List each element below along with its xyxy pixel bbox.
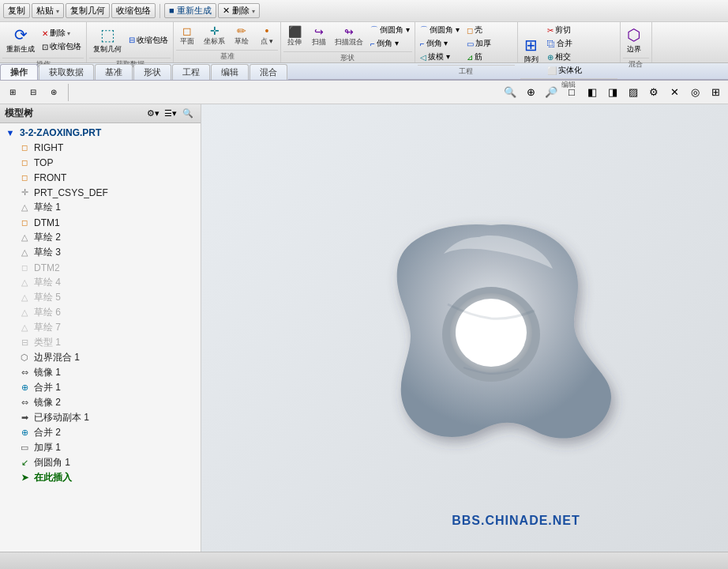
tree-item-csys[interactable]: ✛ PRT_CSYS_DEF xyxy=(0,185,201,200)
settings-btn[interactable]: ⚙ xyxy=(644,84,663,101)
array-icon: ⊞ xyxy=(524,36,538,55)
mt-settings-btn[interactable]: ⚙▾ xyxy=(145,107,161,121)
point-btn[interactable]: • 点 ▾ xyxy=(256,24,278,47)
tree-item-sketch6[interactable]: △ 草绘 6 xyxy=(0,305,201,320)
mt-search-btn[interactable]: 🔍 xyxy=(180,107,196,121)
tree-item-sketch4[interactable]: △ 草绘 4 xyxy=(0,275,201,290)
dtm1-icon: ◻ xyxy=(17,217,32,229)
thicken1-icon: ▭ xyxy=(17,442,32,454)
tree-item-mirror2[interactable]: ⇔ 镜像 2 xyxy=(0,395,201,410)
copy-btn[interactable]: 复制 xyxy=(3,3,30,18)
tree-item-insert[interactable]: ➤ 在此插入 xyxy=(0,470,201,485)
cut-btn[interactable]: ✂ 剪切 xyxy=(545,24,584,36)
movecopy-icon: ➡ xyxy=(17,412,32,424)
zoom-out-btn[interactable]: 🔎 xyxy=(542,84,561,101)
mirror2-label: 镜像 2 xyxy=(34,396,61,409)
sketch-btn[interactable]: ✏ 草绘 xyxy=(231,24,253,47)
csys-btn[interactable]: ✛ 坐标系 xyxy=(201,24,227,47)
tab-engineering[interactable]: 工程 xyxy=(172,64,210,80)
tree-item-round1[interactable]: ↙ 倒圆角 1 xyxy=(0,455,201,470)
tree-root[interactable]: ▼ 3-2-ZAOXING.PRT xyxy=(0,125,201,140)
shrink-sm-btn[interactable]: ⊡ 收缩包络 xyxy=(39,40,84,53)
3d-model-container xyxy=(341,178,641,478)
dtm2-label: DTM2 xyxy=(34,262,60,273)
tree-view-btn2[interactable]: ⊟ xyxy=(24,84,43,101)
tab-datum[interactable]: 基准 xyxy=(95,64,133,80)
tree-item-thicken1[interactable]: ▭ 加厚 1 xyxy=(0,440,201,455)
shrink-env-btn[interactable]: ⊟ 收缩包络 xyxy=(126,34,171,47)
tab-operate[interactable]: 操作 xyxy=(0,64,38,80)
sweep-blend-icon: ↬ xyxy=(344,26,354,37)
tree-item-right[interactable]: ◻ RIGHT xyxy=(0,140,201,155)
display-btn[interactable]: ◎ xyxy=(685,84,704,101)
tree-item-sketch2[interactable]: △ 草绘 2 xyxy=(0,230,201,245)
view-top-btn[interactable]: ▨ xyxy=(624,84,643,101)
round1-icon: ↙ xyxy=(17,457,32,469)
sketch4-icon: △ xyxy=(17,277,32,289)
sweep-blend-btn[interactable]: ↬ 扫描混合 xyxy=(332,25,366,48)
tree-item-blend1[interactable]: ⬡ 边界混合 1 xyxy=(0,350,201,365)
tree-item-sketch1[interactable]: △ 草绘 1 xyxy=(0,200,201,215)
extrude-btn[interactable]: ⬛ 拉伸 xyxy=(283,25,306,48)
array-btn[interactable]: ⊞ 阵列 xyxy=(520,34,542,66)
thicken-btn[interactable]: ▭ 加厚 xyxy=(464,37,493,50)
view-front-btn[interactable]: ◧ xyxy=(583,84,602,101)
tree-item-front[interactable]: ◻ FRONT xyxy=(0,170,201,185)
shell-btn[interactable]: ◻ 壳 xyxy=(464,24,493,36)
top-label: TOP xyxy=(34,157,53,168)
section-shape: ⬛ 拉伸 ↪ 扫描 ↬ 扫描混合 ⌒ 倒圆角 ▾ ⌐ 倒角 ▾ 形状 xyxy=(281,22,415,62)
tree-item-top[interactable]: ◻ TOP xyxy=(0,155,201,170)
merge2-label: 合并 2 xyxy=(34,426,61,439)
type1-label: 类型 1 xyxy=(34,336,61,349)
round-btn[interactable]: ⌒ 倒圆角 ▾ xyxy=(368,24,412,36)
zoom-in-btn[interactable]: 🔍 xyxy=(501,84,520,101)
tree-view-btn3[interactable]: ⊛ xyxy=(44,84,63,101)
tree-item-movecopy[interactable]: ➡ 已移动副本 1 xyxy=(0,410,201,425)
tab-row: 操作 获取数据 基准 形状 工程 编辑 混合 xyxy=(0,63,728,81)
sketch6-label: 草绘 6 xyxy=(34,306,61,319)
mt-filter-btn[interactable]: ☰▾ xyxy=(163,107,178,121)
copy-geom-big-btn[interactable]: ⬚ 复制几何 xyxy=(89,24,126,56)
draft-btn[interactable]: ◁ 拔模 ▾ xyxy=(418,51,462,63)
paste-btn[interactable]: 粘贴 ▾ xyxy=(32,3,64,18)
tree-item-mirror1[interactable]: ⇔ 镜像 1 xyxy=(0,365,201,380)
tree-item-sketch7[interactable]: △ 草绘 7 xyxy=(0,320,201,335)
tree-item-dtm1[interactable]: ◻ DTM1 xyxy=(0,215,201,230)
regen-big-btn[interactable]: ⟳ 重新生成 xyxy=(2,24,39,56)
tree-item-dtm2[interactable]: ◻ DTM2 xyxy=(0,260,201,275)
rib-btn[interactable]: ⊿ 筋 xyxy=(464,51,493,63)
shrink-btn[interactable]: 收缩包络 xyxy=(111,3,156,18)
tab-blend[interactable]: 混合 xyxy=(250,64,287,80)
section-datum: ◻ 平面 ✛ 坐标系 ✏ 草绘 • 点 ▾ 基准 xyxy=(174,22,281,62)
solidify-btn[interactable]: ⬜ 实体化 xyxy=(545,64,584,77)
tab-edit[interactable]: 编辑 xyxy=(211,64,249,80)
tab-shape[interactable]: 形状 xyxy=(133,64,171,80)
extrude-icon: ⬛ xyxy=(288,26,302,37)
tree-item-sketch5[interactable]: △ 草绘 5 xyxy=(0,290,201,305)
tree-item-sketch3[interactable]: △ 草绘 3 xyxy=(0,245,201,260)
chamfer-btn[interactable]: ⌐ 倒角 ▾ xyxy=(368,37,412,50)
delete-btn[interactable]: ✕ 删除 ▾ xyxy=(218,3,260,18)
copy-geom-btn[interactable]: 复制几何 xyxy=(66,3,110,18)
chamfer-icon: ⌐ xyxy=(370,40,375,48)
blend-btn[interactable]: ⬡ 边界 xyxy=(623,24,645,56)
view-right-btn[interactable]: ◨ xyxy=(603,84,622,101)
round2-btn[interactable]: ⌒ 倒圆角 ▾ xyxy=(418,24,462,36)
tab-getdata[interactable]: 获取数据 xyxy=(39,64,94,80)
sweep-btn[interactable]: ↪ 扫描 xyxy=(308,25,330,48)
tree-item-merge2[interactable]: ⊕ 合并 2 xyxy=(0,425,201,440)
intersect-btn[interactable]: ⊕ 相交 xyxy=(545,51,584,63)
zoom-window-btn[interactable]: ⊕ xyxy=(521,84,540,101)
regen-btn[interactable]: ■ 重新生成 xyxy=(164,3,216,18)
plane-btn[interactable]: ◻ 平面 xyxy=(176,24,198,47)
close-btn[interactable]: ✕ xyxy=(665,84,684,101)
chamfer2-btn[interactable]: ⌐ 倒角 ▾ xyxy=(418,37,462,50)
grid-btn[interactable]: ⊞ xyxy=(706,84,725,101)
delete-sm-btn[interactable]: ✕ 删除 ▾ xyxy=(39,27,84,40)
refit-btn[interactable]: □ xyxy=(562,84,581,101)
viewport[interactable]: BBS.CHINADE.NET xyxy=(201,104,728,552)
tree-item-type1[interactable]: ⊟ 类型 1 xyxy=(0,335,201,350)
tree-item-merge1[interactable]: ⊕ 合并 1 xyxy=(0,380,201,395)
copy2-btn[interactable]: ⿻ 合并 xyxy=(545,37,584,50)
tree-view-btn1[interactable]: ⊞ xyxy=(3,84,22,101)
